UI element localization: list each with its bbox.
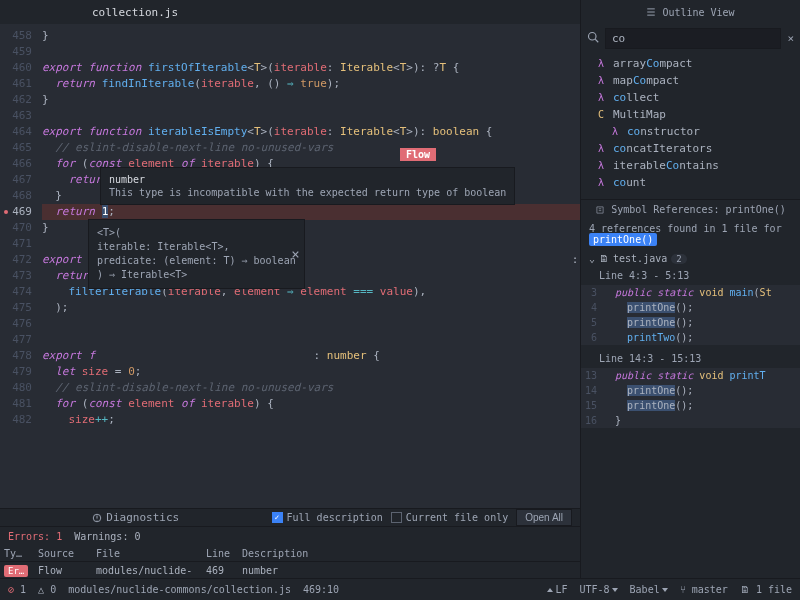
- reference-location[interactable]: Line 4:3 - 5:13: [581, 268, 800, 283]
- outline-item[interactable]: CMultiMap: [581, 106, 800, 123]
- tooltip-title: number: [109, 174, 506, 185]
- warning-count: Warnings: 0: [74, 531, 140, 542]
- status-warnings[interactable]: △ 0: [38, 584, 56, 595]
- status-language[interactable]: Babel: [630, 584, 668, 595]
- signature-tooltip: <T>( iterable: Iterable<T>, predicate: (…: [88, 219, 305, 289]
- references-icon: [595, 205, 605, 215]
- gutter: 4584594604614624634644654664674684694704…: [0, 24, 42, 508]
- search-icon: [587, 31, 599, 46]
- diagnostics-icon: [92, 513, 102, 523]
- col-source[interactable]: Source: [34, 546, 92, 562]
- type-error-tooltip: number This type is incompatible with th…: [100, 167, 515, 205]
- status-cursor[interactable]: 469:10: [303, 584, 339, 595]
- col-description[interactable]: Description: [238, 546, 580, 562]
- close-icon[interactable]: ×: [291, 247, 299, 261]
- list-icon: [646, 7, 656, 17]
- editor-pane: collection.js 45845946046146246346446546…: [0, 0, 580, 600]
- references-header: Symbol References: printOne(): [581, 200, 800, 219]
- outline-item[interactable]: λcount: [581, 174, 800, 191]
- col-file[interactable]: File: [92, 546, 202, 562]
- chevron-down-icon: ⌄: [589, 253, 595, 264]
- current-file-only-checkbox[interactable]: Current file only: [391, 512, 508, 523]
- outline-search-input[interactable]: [605, 28, 781, 49]
- references-summary: 4 references found in 1 file for printOn…: [581, 219, 800, 249]
- outline-item[interactable]: λconcatIterators: [581, 140, 800, 157]
- status-line-ending[interactable]: LF: [545, 584, 567, 595]
- references-file[interactable]: ⌄ 🗎 test.java 2: [581, 249, 800, 268]
- outline-item[interactable]: λarrayCompact: [581, 55, 800, 72]
- col-type[interactable]: Ty…: [0, 546, 34, 562]
- error-count: Errors: 1: [8, 531, 62, 542]
- svg-point-1: [589, 33, 597, 41]
- status-branch[interactable]: ⑂ master: [680, 584, 728, 595]
- code-area[interactable]: 4584594604614624634644654664674684694704…: [0, 24, 580, 508]
- diagnostics-title: Diagnostics: [92, 511, 179, 524]
- flow-badge: Flow: [400, 148, 436, 161]
- tooltip-body: This type is incompatible with the expec…: [109, 187, 506, 198]
- clear-icon[interactable]: ×: [787, 32, 794, 45]
- full-description-checkbox[interactable]: ✓Full description: [272, 512, 383, 523]
- outline-item[interactable]: λconstructor: [581, 123, 800, 140]
- outline-item[interactable]: λiterableContains: [581, 157, 800, 174]
- col-line[interactable]: Line: [202, 546, 238, 562]
- status-bar: ⊘ 1 △ 0 modules/nuclide-commons/collecti…: [0, 578, 800, 600]
- reference-location[interactable]: Line 14:3 - 15:13: [581, 351, 800, 366]
- open-all-button[interactable]: Open All: [516, 509, 572, 526]
- status-path[interactable]: modules/nuclide-commons/collection.js: [68, 584, 291, 595]
- file-icon: 🗎: [599, 253, 609, 264]
- tab-bar: collection.js: [0, 0, 580, 24]
- outline-header: Outline View: [581, 0, 800, 24]
- tab-collection-js[interactable]: collection.js: [80, 6, 190, 19]
- outline-item[interactable]: λcollect: [581, 89, 800, 106]
- status-encoding[interactable]: UTF-8: [579, 584, 617, 595]
- status-errors[interactable]: ⊘ 1: [8, 584, 26, 595]
- outline-item[interactable]: λmapCompact: [581, 72, 800, 89]
- status-files[interactable]: 🗎 1 file: [740, 584, 792, 595]
- right-pane: Outline View × λarrayCompactλmapCompactλ…: [580, 0, 800, 600]
- outline-list: λarrayCompactλmapCompactλcollectCMultiMa…: [581, 53, 800, 199]
